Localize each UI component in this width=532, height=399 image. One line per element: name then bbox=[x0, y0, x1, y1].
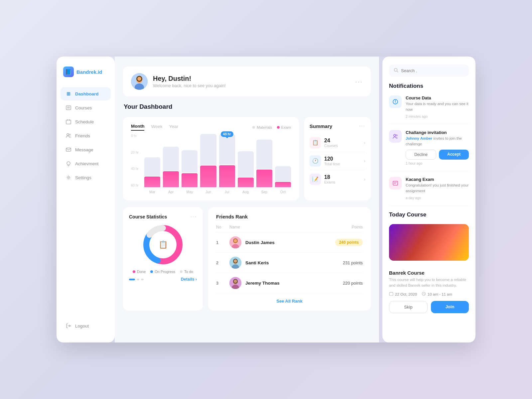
svg-point-42 bbox=[394, 134, 396, 136]
tab-week[interactable]: Week bbox=[151, 124, 162, 130]
notifications-section: Notifications bbox=[389, 83, 469, 89]
bar-apr bbox=[163, 134, 179, 187]
rank-title: Friends Rank bbox=[216, 214, 363, 219]
svg-rect-0 bbox=[66, 106, 71, 110]
sidebar-item-schedule[interactable]: Schedule bbox=[61, 115, 111, 128]
bar-bg bbox=[200, 134, 216, 165]
details-link[interactable]: Details › bbox=[181, 277, 197, 282]
avatar-3 bbox=[229, 277, 241, 289]
y-label-0: 0 hr bbox=[131, 134, 143, 138]
summary-item-exams[interactable]: 📝 18 Exams › bbox=[310, 170, 365, 188]
course-time-text: 10 am - 11 am bbox=[428, 292, 452, 296]
clock-icon bbox=[422, 292, 426, 297]
notif-desc-kacang: Congratulation! you just finished your a… bbox=[406, 183, 469, 194]
notif-icon-challenge bbox=[389, 130, 402, 143]
x-label-mar: Mar bbox=[144, 190, 160, 194]
notif-body-challenge: Challange invitation Johnny Amber invite… bbox=[406, 130, 469, 166]
sidebar-item-settings[interactable]: Settings bbox=[61, 171, 111, 184]
summary-item-courses[interactable]: 📋 24 Courses › bbox=[310, 134, 365, 152]
sidebar-item-courses[interactable]: Courses bbox=[61, 101, 111, 114]
svg-point-43 bbox=[396, 135, 397, 136]
accept-button[interactable]: Accept bbox=[439, 150, 469, 160]
rank-no-3: 3 bbox=[216, 281, 229, 286]
exams-num: 18 bbox=[324, 174, 360, 180]
x-label-jun: Jun bbox=[200, 190, 216, 194]
bar-bg bbox=[144, 157, 160, 176]
header-menu-button[interactable]: ··· bbox=[355, 78, 363, 85]
skip-button[interactable]: Skip bbox=[389, 301, 428, 313]
chart-legend: Materials Exam bbox=[252, 125, 291, 129]
nav-dot-3[interactable] bbox=[141, 279, 144, 280]
col-name: Name bbox=[229, 225, 326, 229]
exams-arrow: › bbox=[364, 177, 365, 182]
subtitle-text: Welcome back, nice to see you again! bbox=[153, 83, 350, 88]
sidebar-item-achievement[interactable]: Achievment bbox=[61, 157, 111, 170]
summary-info-courses: 24 Courses bbox=[324, 138, 360, 148]
sidebar-item-friends[interactable]: Friends bbox=[61, 129, 111, 142]
header-text: Hey, Dustin! Welcome back, nice to see y… bbox=[153, 75, 350, 88]
notif-title-kacang: Kacang Exam bbox=[406, 177, 469, 182]
course-date: 22 Oct, 2020 bbox=[389, 292, 417, 297]
user-avatar bbox=[131, 73, 148, 90]
svg-point-17 bbox=[137, 77, 141, 81]
materials-label: Materials bbox=[257, 125, 272, 129]
svg-rect-44 bbox=[393, 181, 398, 185]
svg-point-41 bbox=[395, 102, 396, 103]
rank-row-2: 2 Santi Keris 2 bbox=[216, 253, 363, 273]
chart-area: 60 hr 40 hr 20 hr 0 hr bbox=[131, 134, 291, 194]
bar-sep bbox=[256, 134, 272, 187]
sidebar-item-label: Friends bbox=[75, 133, 90, 138]
bar-pink bbox=[238, 178, 254, 187]
decline-button[interactable]: Decline bbox=[406, 150, 436, 160]
points-badge-1: 240 points bbox=[335, 239, 363, 246]
logout-button[interactable]: Logout bbox=[61, 319, 111, 332]
courses-num: 24 bbox=[324, 138, 360, 144]
search-bar bbox=[389, 65, 469, 77]
details-label: Details bbox=[181, 277, 195, 282]
sidebar-item-label: Dashboard bbox=[75, 91, 99, 96]
bar-jul: 48 hr bbox=[219, 134, 235, 187]
bar-oct bbox=[275, 134, 291, 187]
sidebar-item-dashboard[interactable]: ⊞ Dashboard bbox=[61, 87, 111, 100]
tab-year[interactable]: Year bbox=[169, 124, 178, 130]
greeting-text: Hey, Dustin! bbox=[153, 75, 350, 82]
see-all-link[interactable]: See All Rank bbox=[276, 299, 302, 304]
course-stats-menu[interactable]: ··· bbox=[191, 214, 197, 220]
summary-item-time[interactable]: 🕐 120 Total time › bbox=[310, 152, 365, 170]
sidebar-item-message[interactable]: Message bbox=[61, 143, 111, 156]
notif-icon-course-data bbox=[389, 95, 402, 108]
chart-bars-area: 48 hr bbox=[144, 134, 291, 187]
notification-challenge: Challange invitation Johnny Amber invite… bbox=[389, 130, 469, 171]
progress-dot bbox=[150, 270, 153, 273]
nav-dot-active[interactable] bbox=[129, 279, 135, 280]
friends-rank-card: Friends Rank No Name Points 1 bbox=[208, 207, 371, 311]
notif-time-course-data: 2 minutes ago bbox=[406, 114, 469, 118]
notif-title-course-data: Course Data bbox=[406, 95, 469, 100]
right-panel: Notifications Course Data Your data is r… bbox=[382, 57, 475, 342]
chart-tabs: Month Week Year Materials Exam bbox=[131, 124, 291, 131]
course-thumbnail bbox=[389, 224, 469, 261]
time-summary-icon: 🕐 bbox=[310, 155, 321, 167]
bar-bg bbox=[256, 140, 272, 169]
tab-month[interactable]: Month bbox=[131, 124, 144, 131]
legend-done: Done bbox=[133, 270, 146, 274]
stats-pagination bbox=[129, 279, 144, 280]
avatar-2 bbox=[229, 257, 241, 269]
courses-label: Courses bbox=[324, 144, 360, 148]
todo-label: To do bbox=[184, 270, 193, 274]
bar-bg bbox=[163, 147, 179, 171]
johnny-amber-name: Johnny Amber bbox=[406, 136, 432, 140]
time-num: 120 bbox=[324, 156, 360, 162]
summary-menu[interactable]: ··· bbox=[359, 123, 365, 129]
join-button[interactable]: Join bbox=[431, 301, 469, 313]
message-icon bbox=[65, 146, 72, 153]
challenge-actions: Decline Accept bbox=[406, 150, 469, 160]
search-input[interactable] bbox=[401, 68, 464, 73]
nav-dot-2[interactable] bbox=[137, 279, 139, 280]
course-thumb-inner bbox=[389, 224, 469, 261]
rank-points-2: 231 points bbox=[326, 260, 363, 265]
bar-aug bbox=[238, 134, 254, 187]
sidebar: 📘 Bandrek.id ⊞ Dashboard Courses bbox=[57, 57, 115, 342]
rank-row-1: 1 Dustin James bbox=[216, 232, 363, 253]
summary-header: Summary ··· bbox=[310, 123, 365, 129]
